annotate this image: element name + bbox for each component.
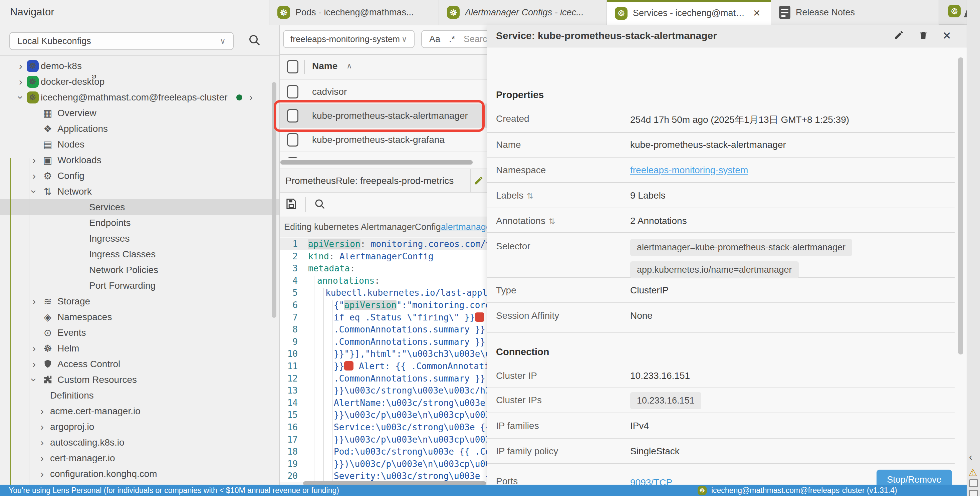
table-row[interactable]: kube-prometheus-stack-grafana [280,128,487,152]
tree-item[interactable]: › Access Control [0,356,280,372]
select-all-checkbox[interactable] [287,60,298,73]
chevron-icon[interactable]: › [36,437,48,448]
tree-item[interactable]: › acme.cert-manager.io [0,403,280,419]
tree-item[interactable]: › Endpoints [0,215,280,231]
tree-item[interactable]: › Port Forwarding [0,278,280,293]
tab-pods[interactable]: ☸ Pods - icecheng@mathmas... [269,0,439,25]
tree-item[interactable]: › ☸ docker-desktop [0,74,280,89]
collapse-chevron-icon[interactable]: ‹ [969,451,972,463]
chevron-icon[interactable]: › [29,186,40,197]
save-button[interactable] [285,197,297,211]
chevron-icon[interactable]: › [29,374,40,386]
chevron-icon[interactable]: › [36,453,48,464]
row-checkbox[interactable] [287,109,298,122]
table-row[interactable]: kube-prometheus-stack-kubelet [280,152,487,158]
tree-item[interactable]: › ▤ Nodes [0,137,280,152]
sort-asc-icon[interactable]: ∧ [347,61,352,70]
row-checkbox[interactable] [287,157,298,158]
tree-item[interactable]: › ◈ Namespaces [0,309,280,325]
service-name: cadvisor [312,86,347,97]
chevron-icon[interactable]: › [15,76,27,87]
yaml-editor[interactable]: 1 apiVersion: monitoring.coreos.com/v1al… [280,238,487,482]
column-header-name[interactable]: Name [312,61,337,72]
table-row[interactable]: kube-prometheus-stack-alertmanager [280,104,487,128]
namespace-select[interactable]: freeleaps-monitoring-system ∨ [283,30,415,48]
chevron-icon[interactable]: › [28,170,40,181]
tree-item[interactable]: › Custom Resources [0,372,280,388]
chevron-icon[interactable]: › [28,343,40,354]
tree-item[interactable]: › ⊙ Events [0,325,280,340]
tree-item[interactable]: › Ingresses [0,231,280,246]
regex-toggle[interactable]: .* [449,34,455,45]
tree-item[interactable]: › ▣ Workloads [0,152,280,168]
chevron-icon[interactable]: › [28,296,40,307]
tree-item[interactable]: › configuration.konghq.com [0,466,280,482]
line-number: 5 [280,287,298,299]
drawer-body: Properties Created 254d 17h 50m ago (202… [487,48,958,485]
tab-services-active[interactable]: ☸ Services - icecheng@math... ✕ [607,0,771,25]
tree-item[interactable]: › Network Policies [0,262,280,278]
row-checkbox[interactable] [287,85,298,99]
table-row[interactable]: cadvisor [280,80,487,104]
warning-triangle-icon[interactable]: ⚠ [968,467,977,478]
code-text: AlertName:\u003c/strong\u003e {{ [334,397,487,409]
search-input[interactable]: Aa .* Search [421,30,487,48]
tab-release-notes[interactable]: Release Notes [771,0,939,25]
navigator-header: Navigator [0,0,269,25]
port-link-9093[interactable]: 9093/TCP [630,477,672,485]
tree-item-label: Overview [57,108,97,119]
kubeconfig-select[interactable]: Local Kubeconfigs ∨ [10,32,234,50]
tree-item[interactable]: › ❖ Applications [0,121,280,137]
sort-toggle-icon[interactable]: ⇅ [549,217,555,226]
sidebar-search-icon[interactable] [248,33,261,48]
tree-item[interactable]: › ☸ icecheng@mathmast.com@freeleaps-clus… [0,89,280,105]
tree-item[interactable]: › Services [0,199,280,215]
editor-search-button[interactable] [314,198,326,211]
tree-item[interactable]: › Definitions [0,388,280,403]
sort-toggle-icon[interactable]: ⇅ [527,192,533,200]
chevron-icon[interactable]: › [15,91,26,103]
prometheusrule-dock-panel[interactable]: PrometheusRule: freepeals-prod-metrics [280,169,487,192]
tab-alertmanager-configs[interactable]: ☸ Alertmanager Configs - icec... [439,0,607,25]
chevron-icon[interactable]: › [36,421,48,432]
edited-resource-link[interactable]: alertmanagerconfig [441,222,487,232]
stop-remove-button[interactable]: Stop/Remove [877,470,952,485]
tree-item[interactable]: › autoscaling.k8s.io [0,435,280,450]
match-case-toggle[interactable]: Aa [429,34,440,45]
namespace-link[interactable]: freeleaps-monitoring-system [630,165,748,176]
edit-button[interactable] [470,169,487,192]
chevron-icon[interactable]: › [28,154,40,166]
editor-horizontal-scrollbar[interactable] [303,481,486,485]
tree-item[interactable]: › Ingress Classes [0,246,280,262]
partial-tab-kubernetes-icon[interactable]: ☸ [948,5,961,17]
edit-button[interactable] [894,30,904,42]
chevron-down-icon: ∨ [220,37,226,46]
close-drawer-button[interactable]: ✕ [942,29,951,42]
active-cluster-text[interactable]: icecheng@mathmast.com@freeleaps-cluster … [711,486,897,495]
chevron-icon[interactable]: › [36,405,48,417]
chevron-icon[interactable]: › [36,468,48,480]
chevron-right-icon[interactable]: › [250,92,253,103]
table-horizontal-scrollbar[interactable] [280,160,473,165]
tree-item[interactable]: › ▦ Overview [0,105,280,121]
chevron-icon[interactable]: › [15,60,27,72]
close-tab-icon[interactable]: ✕ [751,8,763,19]
property-row-ports: Ports 9093/TCP 8080:reloader-web/TCP Sto… [487,464,955,485]
chevron-icon[interactable]: › [28,358,40,370]
tree-item-icon: ⇅ [40,186,56,197]
drawer-header: Service: kube-prometheus-stack-alertmana… [487,25,967,48]
service-name: kube-prometheus-stack-alertmanager [312,110,468,121]
code-line: 5 kubectl.kubernetes.io/last-applied-con… [280,287,487,299]
tree-item-label: Ingress Classes [89,249,156,260]
tree-item[interactable]: › ≋ Storage [0,293,280,309]
tree-item[interactable]: › ☸ demo-k8s [0,58,280,74]
tree-item[interactable]: › argoproj.io [0,419,280,435]
delete-button[interactable] [918,29,928,42]
drawer-scrollbar[interactable] [958,57,963,355]
tree-item[interactable]: › cert-manager.io [0,450,280,466]
row-checkbox[interactable] [287,133,298,146]
tree-item[interactable]: › ⚙ Config [0,168,280,184]
tree-item[interactable]: › ☸ Helm [0,340,280,356]
tree-item[interactable]: › ⇅ Network [0,184,280,199]
sidebar-scrollbar[interactable] [272,82,276,318]
